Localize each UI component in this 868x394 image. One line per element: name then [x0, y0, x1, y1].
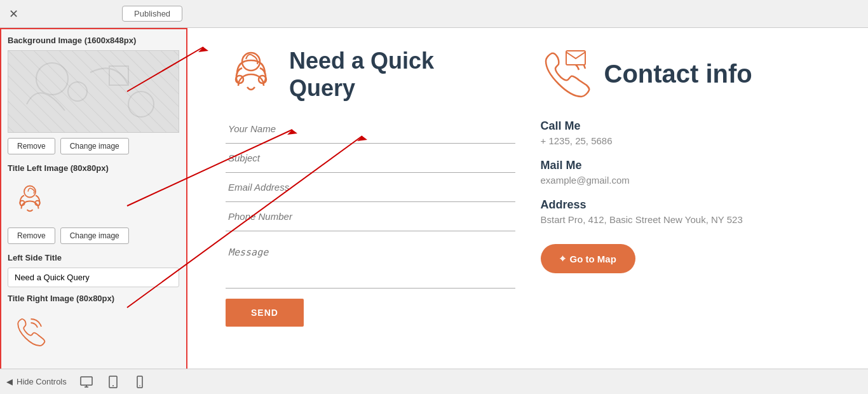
agent-icon-preview: [11, 181, 49, 219]
desktop-icon[interactable]: [79, 375, 93, 389]
title-left-image-buttons: Remove Change image: [8, 228, 179, 244]
form-header-icon: [226, 48, 276, 101]
title-left-image-section-title: Title Left Image (80x80px): [8, 163, 179, 173]
email-input[interactable]: [226, 173, 515, 202]
left-change-image-button[interactable]: Change image: [60, 228, 129, 244]
form-fields: [226, 114, 515, 289]
info-header-icon: [541, 47, 592, 100]
svg-rect-17: [81, 377, 92, 385]
your-name-input[interactable]: [226, 114, 515, 144]
map-pin-icon: ⌖: [560, 253, 565, 264]
title-right-image-section-title: Title Right Image (80x80px): [8, 294, 179, 303]
bg-image-pattern-svg: [14, 53, 173, 130]
bg-remove-button[interactable]: Remove: [8, 138, 55, 154]
left-side-title-label: Left Side Title: [8, 253, 179, 262]
published-badge: Published: [122, 6, 182, 22]
svg-point-23: [139, 385, 140, 386]
bg-image-preview: [8, 50, 179, 133]
mobile-icon[interactable]: [133, 375, 147, 389]
title-right-image-preview: [8, 308, 52, 353]
call-value: + 1235, 25, 5686: [541, 135, 831, 146]
call-info-item: Call Me + 1235, 25, 5686: [541, 119, 831, 146]
left-side-title-input[interactable]: [8, 268, 179, 287]
go-to-map-button[interactable]: ⌖ Go to Map: [541, 244, 635, 273]
main-content: Need a QuickQuery SEND: [187, 28, 868, 394]
address-info-item: Address Bstart Pro, 412, Basic Street Ne…: [541, 198, 831, 225]
phone-icon-preview: [11, 311, 49, 350]
svg-point-21: [112, 385, 114, 386]
mail-info-item: Mail Me example@gmail.com: [541, 159, 831, 186]
tablet-icon[interactable]: [106, 375, 120, 389]
chevron-left-icon: ◀: [6, 377, 13, 386]
go-to-map-label: Go to Map: [570, 254, 616, 264]
bg-change-image-button[interactable]: Change image: [60, 138, 129, 154]
bg-image-section-title: Background Image (1600x848px): [8, 36, 179, 45]
message-textarea[interactable]: [226, 238, 515, 289]
phone-contact-icon: [541, 47, 592, 98]
phone-input[interactable]: [226, 202, 515, 231]
form-side: Need a QuickQuery SEND: [226, 47, 515, 375]
subject-input[interactable]: [226, 144, 515, 173]
left-panel-inner: Background Image (1600x848px) Remove Cha…: [0, 28, 187, 394]
call-label: Call Me: [541, 119, 831, 133]
hide-controls-label: Hide Controls: [17, 377, 67, 386]
form-title: Need a QuickQuery: [289, 47, 434, 102]
svg-point-1: [68, 82, 87, 101]
left-panel: Background Image (1600x848px) Remove Cha…: [0, 28, 187, 394]
svg-point-3: [128, 92, 154, 117]
info-header: Contact info: [541, 47, 831, 100]
top-bar: ✕ Published: [0, 0, 868, 28]
send-button[interactable]: SEND: [226, 299, 304, 327]
title-left-image-preview: [8, 178, 52, 222]
form-header: Need a QuickQuery: [226, 47, 515, 102]
hide-controls-button[interactable]: ◀ Hide Controls: [6, 377, 67, 386]
bg-image-buttons: Remove Change image: [8, 138, 179, 154]
contact-section: Need a QuickQuery SEND: [187, 28, 868, 394]
close-button[interactable]: ✕: [6, 7, 20, 21]
info-title: Contact info: [604, 60, 752, 88]
mail-label: Mail Me: [541, 159, 831, 172]
bottom-bar: ◀ Hide Controls: [0, 369, 868, 394]
support-agent-icon: [226, 48, 276, 98]
svg-point-0: [36, 63, 68, 95]
mail-value: example@gmail.com: [541, 175, 831, 186]
address-label: Address: [541, 198, 831, 212]
left-remove-button[interactable]: Remove: [8, 228, 55, 244]
info-side: Contact info Call Me + 1235, 25, 5686 Ma…: [541, 47, 831, 375]
address-value: Bstart Pro, 412, Basic Street New Youk, …: [541, 214, 831, 225]
